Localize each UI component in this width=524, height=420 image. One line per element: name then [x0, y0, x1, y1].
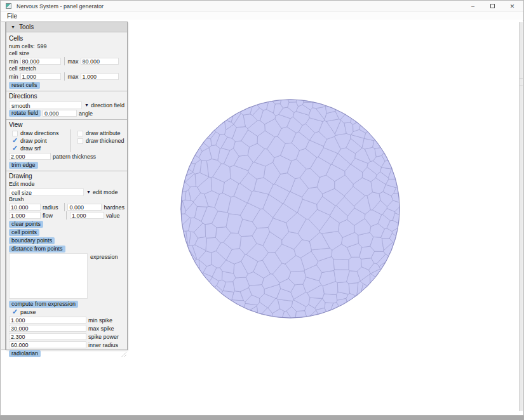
chevron-down-icon[interactable]: ▼ — [86, 190, 91, 194]
cell-stretch-min-label: min — [9, 74, 18, 80]
pause-checkbox[interactable] — [12, 310, 18, 315]
brush-hardness-input[interactable] — [67, 204, 102, 211]
spike-power-input[interactable] — [9, 333, 86, 340]
draw-point-checkbox[interactable] — [12, 138, 18, 144]
brush-radius-input[interactable] — [9, 204, 41, 211]
draw-directions-label: draw directions — [20, 130, 59, 136]
brush-flow-label: flow — [43, 213, 63, 219]
num-cells-value: 599 — [37, 43, 47, 50]
app-window: Nervous System - panel generator – ✕ Fil… — [0, 0, 524, 416]
draw-thickened-label: draw thickened — [86, 138, 124, 144]
draw-srf-label: draw srf — [20, 145, 41, 152]
tools-panel-title: Tools — [19, 23, 34, 30]
column-divider — [71, 129, 71, 152]
close-button[interactable]: ✕ — [502, 1, 522, 11]
cells-section-title: Cells — [9, 35, 124, 43]
brush-value-input[interactable] — [70, 212, 104, 219]
panel-resize-grip[interactable] — [121, 351, 126, 357]
main-content: ▼ Tools Cells num cells: 599 cell size m… — [1, 20, 523, 415]
trim-edge-button[interactable]: trim edge — [9, 162, 38, 169]
angle-input[interactable] — [43, 110, 77, 117]
draw-attribute-checkbox-row[interactable]: draw attribute — [74, 129, 124, 137]
boundary-points-button[interactable]: boundary points — [9, 237, 55, 244]
cell-stretch-min-input[interactable] — [20, 73, 61, 80]
minimize-button[interactable]: – — [463, 1, 483, 11]
section-separator — [6, 171, 127, 171]
brush-hardness-label: hardnes — [104, 204, 124, 211]
menu-file[interactable]: File — [1, 13, 24, 20]
column-divider — [64, 72, 65, 81]
draw-thickened-checkbox-row[interactable]: draw thickened — [74, 137, 124, 145]
title-bar: Nervous System - panel generator – ✕ — [1, 1, 523, 11]
directions-section-title: Directions — [9, 93, 124, 100]
tools-panel-header[interactable]: ▼ Tools — [6, 22, 127, 32]
brush-value-label: value — [106, 213, 120, 219]
cell-size-min-label: min — [9, 58, 18, 65]
tools-panel-body: Cells num cells: 599 cell size min max c… — [6, 32, 127, 358]
background-panel-sliver — [1, 22, 6, 350]
pattern-thickness-label: pattern thickness — [53, 154, 96, 160]
section-separator — [6, 119, 127, 120]
direction-field-label: direction field — [91, 102, 124, 108]
maximize-icon — [490, 4, 495, 8]
edit-mode-dropdown[interactable]: cell size — [9, 188, 84, 196]
cell-stretch-max-label: max — [68, 74, 79, 80]
maximize-button[interactable] — [483, 1, 502, 11]
edit-mode-label: Edit mode — [9, 181, 35, 188]
pattern-thickness-input[interactable] — [9, 153, 51, 160]
tools-panel: ▼ Tools Cells num cells: 599 cell size m… — [6, 22, 128, 350]
inner-radius-label: inner radius — [88, 342, 118, 348]
max-spike-input[interactable] — [9, 325, 86, 332]
compute-from-expression-button[interactable]: compute from expression — [9, 301, 78, 308]
rotate-field-button[interactable]: rotate field — [9, 110, 41, 117]
collapse-triangle-icon: ▼ — [11, 25, 15, 29]
cell-stretch-max-input[interactable] — [81, 73, 119, 80]
right-edge-strip — [519, 22, 523, 411]
spike-power-label: spike power — [88, 334, 119, 340]
cell-size-min-input[interactable] — [20, 58, 61, 65]
cell-points-button[interactable]: cell points — [9, 229, 39, 236]
angle-label: angle — [79, 110, 93, 117]
chevron-down-icon[interactable]: ▼ — [84, 103, 89, 107]
expression-textarea[interactable] — [9, 253, 88, 299]
edit-mode-dropdown-label: edit mode — [93, 189, 118, 195]
window-controls: – ✕ — [463, 1, 522, 11]
draw-srf-checkbox[interactable] — [12, 146, 18, 152]
distance-from-points-button[interactable]: distance from points — [9, 246, 65, 253]
cell-size-max-label: max — [68, 58, 79, 65]
window-title: Nervous System - panel generator — [17, 3, 104, 10]
expression-label: expression — [90, 254, 118, 260]
direction-field-dropdown[interactable]: smooth — [9, 102, 82, 109]
cell-size-max-input[interactable] — [81, 58, 119, 65]
brush-flow-input[interactable] — [9, 212, 41, 219]
drawing-section-title: Drawing — [9, 173, 124, 180]
app-icon — [6, 3, 11, 9]
num-cells-label: num cells: — [9, 43, 35, 50]
reset-cells-button[interactable]: reset cells — [9, 82, 40, 89]
column-divider — [64, 57, 65, 65]
draw-point-label: draw point — [20, 138, 47, 144]
pause-checkbox-row[interactable]: pause — [9, 308, 124, 316]
clear-points-button[interactable]: clear points — [9, 221, 43, 228]
brush-radius-label: radius — [43, 204, 61, 211]
section-separator — [6, 91, 127, 91]
column-divider — [66, 211, 67, 220]
brush-label: Brush — [9, 196, 24, 203]
pause-label: pause — [20, 309, 36, 315]
min-spike-input[interactable] — [9, 317, 86, 324]
column-divider — [64, 203, 65, 211]
inner-radius-input[interactable] — [9, 341, 86, 348]
draw-attribute-checkbox[interactable] — [77, 131, 83, 136]
min-spike-label: min spike — [88, 317, 112, 324]
view-section-title: View — [9, 121, 124, 129]
radiolarian-button[interactable]: radiolarian — [9, 350, 41, 357]
cell-size-label: cell size — [9, 50, 29, 57]
max-spike-label: max spike — [88, 325, 114, 332]
cell-stretch-label: cell stretch — [9, 65, 36, 72]
draw-directions-checkbox[interactable] — [12, 131, 18, 136]
draw-thickened-checkbox[interactable] — [77, 138, 83, 144]
draw-srf-checkbox-row[interactable]: draw srf — [9, 145, 67, 152]
voronoi-sphere-mesh — [181, 100, 400, 318]
draw-attribute-label: draw attribute — [86, 130, 121, 136]
